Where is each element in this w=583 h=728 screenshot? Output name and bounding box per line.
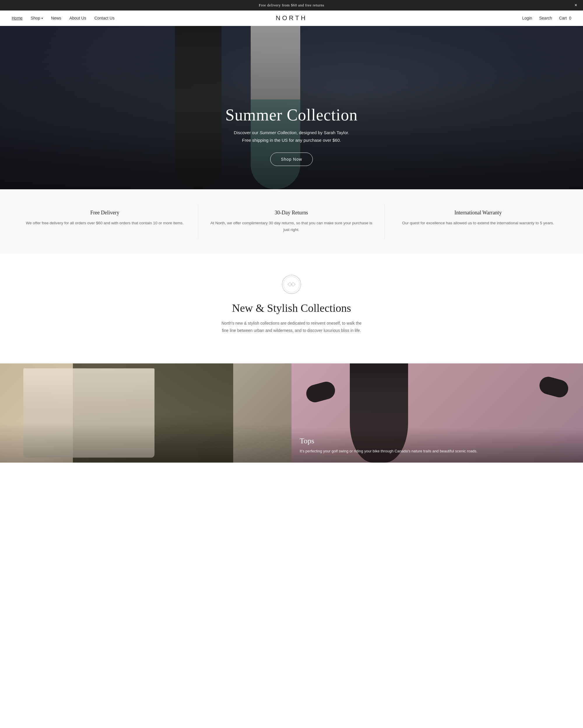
feature-warranty: International Warranty Our quest for exc… — [385, 204, 571, 239]
nav-home[interactable]: Home — [12, 16, 23, 20]
collections-title: New & Stylish Collections — [12, 302, 571, 314]
announcement-close-button[interactable]: × — [575, 3, 577, 8]
features-bar: Free Delivery We offer free delivery for… — [0, 189, 583, 254]
collections-section: New & Stylish Collections North's new & … — [0, 254, 583, 352]
feature-warranty-desc: Our quest for excellence has allowed us … — [396, 220, 560, 227]
navbar: Home Shop ▾ News About Us Contact Us NOR… — [0, 10, 583, 26]
product-tops-desc: It's perfecting your golf swing or ridin… — [300, 448, 575, 454]
nav-login[interactable]: Login — [522, 16, 532, 20]
announcement-text: Free delivery from $60 and free returns — [259, 3, 325, 7]
product-col-right: Tops It's perfecting your golf swing or … — [292, 363, 583, 463]
product-tops-overlay: Tops It's perfecting your golf swing or … — [292, 428, 583, 463]
svg-point-8 — [299, 278, 299, 279]
feature-free-delivery: Free Delivery We offer free delivery for… — [12, 204, 198, 239]
hero-italic: Summer Collection — [259, 130, 297, 135]
svg-point-6 — [301, 284, 301, 285]
feature-returns: 30-Day Returns At North, we offer compli… — [198, 204, 385, 239]
svg-point-5 — [282, 284, 282, 285]
collections-desc: North's new & stylish collections are de… — [219, 320, 364, 334]
feature-warranty-title: International Warranty — [396, 210, 560, 216]
svg-point-3 — [291, 275, 292, 275]
nav-news[interactable]: News — [51, 16, 61, 20]
nav-right: Login Search Cart 0 — [522, 16, 571, 20]
brand-logo[interactable]: NORTH — [276, 14, 307, 22]
feature-free-delivery-desc: We offer free delivery for all orders ov… — [23, 220, 186, 227]
product-grid: Tops It's perfecting your golf swing or … — [0, 363, 583, 463]
nav-brand: NORTH — [276, 14, 307, 22]
nav-cart[interactable]: Cart 0 — [559, 16, 571, 20]
nav-about-us[interactable]: About Us — [70, 16, 86, 20]
svg-point-10 — [299, 290, 299, 291]
collections-icon — [281, 274, 302, 294]
hero-cta-button[interactable]: Shop Now — [270, 153, 313, 166]
hero-content: Summer Collection Discover our Summer Co… — [225, 106, 358, 189]
nav-search[interactable]: Search — [539, 16, 552, 20]
svg-point-4 — [291, 293, 292, 294]
product-tops-title: Tops — [300, 437, 575, 445]
nav-left: Home Shop ▾ News About Us Contact Us — [12, 16, 115, 20]
svg-point-7 — [284, 278, 284, 279]
hero-subtitle: Discover our Summer Collection, designed… — [225, 129, 358, 144]
nav-contact-us[interactable]: Contact Us — [94, 16, 115, 20]
product-card-tops[interactable]: Tops It's perfecting your golf swing or … — [292, 363, 583, 463]
svg-point-9 — [284, 290, 284, 291]
hero-section: Summer Collection Discover our Summer Co… — [0, 26, 583, 189]
feature-returns-desc: At North, we offer complimentary 30 day … — [210, 220, 373, 233]
hero-title: Summer Collection — [225, 106, 358, 124]
announcement-bar: Free delivery from $60 and free returns … — [0, 0, 583, 10]
shop-chevron-icon: ▾ — [41, 17, 43, 20]
nav-shop[interactable]: Shop ▾ — [31, 16, 43, 20]
feature-returns-title: 30-Day Returns — [210, 210, 373, 216]
feature-free-delivery-title: Free Delivery — [23, 210, 186, 216]
product-card-outerwear[interactable] — [0, 363, 292, 463]
